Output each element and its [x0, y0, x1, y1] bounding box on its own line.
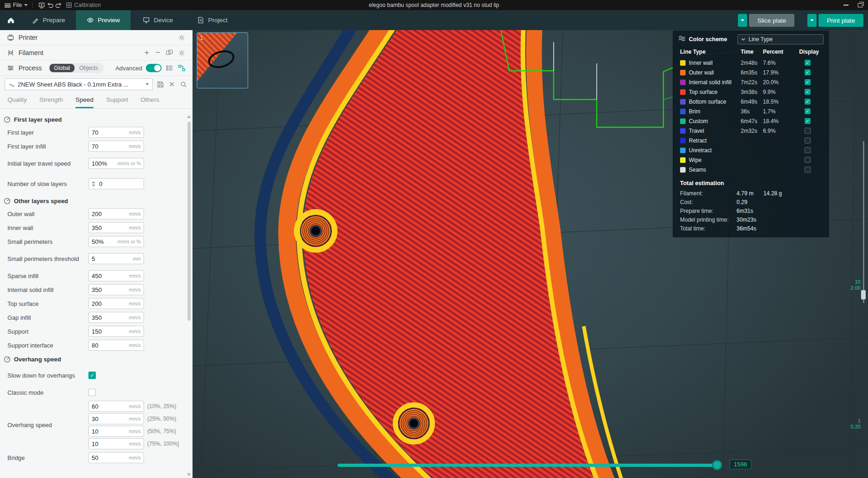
layer-slider-track[interactable] — [863, 141, 864, 303]
param-row-sparse-infill: Sparse infill 450mm/s — [0, 269, 192, 283]
display-checkbox[interactable] — [805, 137, 811, 143]
spinner-icon[interactable] — [92, 181, 95, 186]
redo-icon[interactable] — [54, 1, 62, 9]
display-checkbox[interactable] — [805, 108, 811, 114]
workflow-icon[interactable] — [177, 64, 186, 72]
print-dropdown-button[interactable] — [807, 14, 817, 27]
param-row-small-perimeters: Small perimeters 50%mm/s or % — [0, 235, 192, 248]
remove-filament-button[interactable]: − — [154, 50, 162, 56]
export-icon[interactable] — [37, 1, 46, 9]
objects-scope-button[interactable]: Objects — [75, 64, 103, 72]
filament-section-row[interactable]: Filament + − — [0, 45, 192, 61]
display-checkbox[interactable] — [805, 69, 811, 75]
bridge-input[interactable]: 50mm/s — [88, 452, 144, 463]
tab-speed[interactable]: Speed — [75, 96, 94, 108]
small-perimeters-input[interactable]: 50%mm/s or % — [88, 236, 144, 247]
file-menu-label: File — [13, 2, 22, 8]
printer-settings-icon[interactable] — [177, 33, 186, 42]
save-preset-icon[interactable] — [156, 80, 164, 88]
settings-list-icon[interactable] — [165, 64, 174, 72]
move-slider[interactable]: 1596 — [337, 459, 754, 472]
undo-icon[interactable] — [46, 1, 54, 9]
tab-support[interactable]: Support — [106, 96, 128, 108]
params-scrollbar[interactable] — [187, 114, 191, 477]
support-input[interactable]: 150mm/s — [88, 326, 144, 337]
outer-wall-input[interactable]: 200mm/s — [88, 208, 144, 219]
legend-row-brim: Brim 36s 1.7% — [673, 106, 829, 116]
plate-thumbnail[interactable]: 1 — [197, 32, 248, 88]
display-checkbox[interactable] — [805, 157, 811, 163]
support-interface-input[interactable]: 80mm/s — [88, 340, 144, 351]
display-checkbox[interactable] — [805, 89, 811, 95]
threaded-boss-2 — [395, 405, 432, 442]
initial-travel-speed-input[interactable]: 100%mm/s or % — [88, 158, 144, 169]
inner-wall-input[interactable]: 350mm/s — [88, 222, 144, 233]
slow-layers-stepper[interactable]: 0 — [88, 178, 144, 189]
sparse-infill-input[interactable]: 450mm/s — [88, 270, 144, 281]
layer-slider[interactable] — [861, 141, 866, 303]
tab-quality[interactable]: Quality — [7, 96, 27, 108]
top-surface-input[interactable]: 200mm/s — [88, 298, 144, 309]
advanced-label: Advanced — [115, 65, 142, 72]
delete-preset-icon[interactable] — [168, 80, 176, 88]
minimize-button[interactable] — [843, 5, 849, 6]
search-settings-icon[interactable] — [179, 80, 187, 88]
scroll-down-icon[interactable] — [187, 473, 191, 476]
total-estimation-title: Total estimation — [673, 174, 829, 189]
classic-mode-checkbox[interactable] — [88, 389, 96, 396]
display-checkbox[interactable] — [805, 99, 811, 105]
tab-others[interactable]: Others — [140, 96, 159, 108]
plate-number: 1 — [200, 34, 203, 41]
display-checkbox[interactable] — [805, 128, 811, 134]
overhang-speed-3-input[interactable]: 10mm/s — [88, 426, 144, 437]
tab-strength[interactable]: Strength — [39, 96, 63, 108]
slice-dropdown-button[interactable] — [738, 14, 747, 27]
print-plate-button[interactable]: Print plate — [818, 14, 863, 27]
first-layer-infill-input[interactable]: 70mm/s — [88, 141, 144, 152]
global-scope-button[interactable]: Global — [50, 64, 75, 72]
slice-plate-button[interactable]: Slice plate — [749, 14, 794, 27]
layer-slider-handle[interactable] — [861, 290, 866, 299]
scrollbar-thumb[interactable] — [187, 122, 191, 321]
overhang-speed-1-input[interactable]: 60mm/s — [88, 401, 144, 412]
add-filament-button[interactable]: + — [143, 50, 150, 56]
calibration-icon — [66, 2, 72, 8]
advanced-toggle[interactable] — [146, 64, 162, 72]
view-type-select[interactable]: Line Type — [737, 34, 824, 44]
group-overhang-speed: Overhang speed — [0, 352, 192, 365]
filament-settings-icon[interactable] — [177, 49, 186, 57]
tab-preview[interactable]: Preview — [76, 10, 131, 30]
overhang-speed-4-input[interactable]: 10mm/s — [88, 438, 144, 449]
display-checkbox[interactable] — [805, 167, 811, 173]
tab-project[interactable]: Project — [185, 10, 240, 30]
restore-button[interactable] — [858, 3, 862, 7]
tab-prepare[interactable]: Prepare — [21, 10, 76, 30]
move-slider-track[interactable] — [337, 464, 718, 467]
layer-range-bottom: 1 0.20 — [851, 418, 861, 430]
file-menu[interactable]: File — [5, 2, 28, 8]
filament-sync-icon[interactable] — [165, 49, 174, 57]
process-section-row[interactable]: Process Global Objects Advanced — [0, 61, 192, 76]
display-checkbox[interactable] — [805, 60, 811, 66]
small-perimeters-threshold-input[interactable]: 5mm — [88, 253, 144, 264]
move-slider-handle[interactable] — [712, 460, 722, 470]
home-button[interactable] — [0, 10, 21, 30]
printer-section-row[interactable]: Printer — [0, 30, 192, 45]
scope-switch[interactable]: Global Objects — [49, 63, 104, 73]
calibration-menu[interactable]: Calibration — [66, 2, 100, 8]
overhang-speed-2-input[interactable]: 30mm/s — [88, 413, 144, 424]
internal-solid-infill-input[interactable]: 350mm/s — [88, 284, 144, 295]
display-checkbox[interactable] — [805, 79, 811, 85]
gap-infill-input[interactable]: 350mm/s — [88, 312, 144, 323]
param-row-outer-wall: Outer wall 200mm/s — [0, 207, 192, 221]
color-swatch — [680, 167, 686, 173]
first-layer-input[interactable]: 70mm/s — [88, 127, 144, 138]
display-checkbox[interactable] — [805, 118, 811, 124]
slow-down-overhangs-checkbox[interactable] — [88, 372, 96, 379]
process-preset-select[interactable]: 2NEW Sheet ABS Black - 0.1mm Extra ... — [5, 78, 153, 90]
filament-icon — [6, 49, 15, 57]
display-checkbox[interactable] — [805, 147, 811, 153]
tab-device[interactable]: Device — [131, 10, 185, 30]
scroll-up-icon[interactable] — [187, 115, 191, 118]
printed-model[interactable] — [260, 30, 627, 478]
